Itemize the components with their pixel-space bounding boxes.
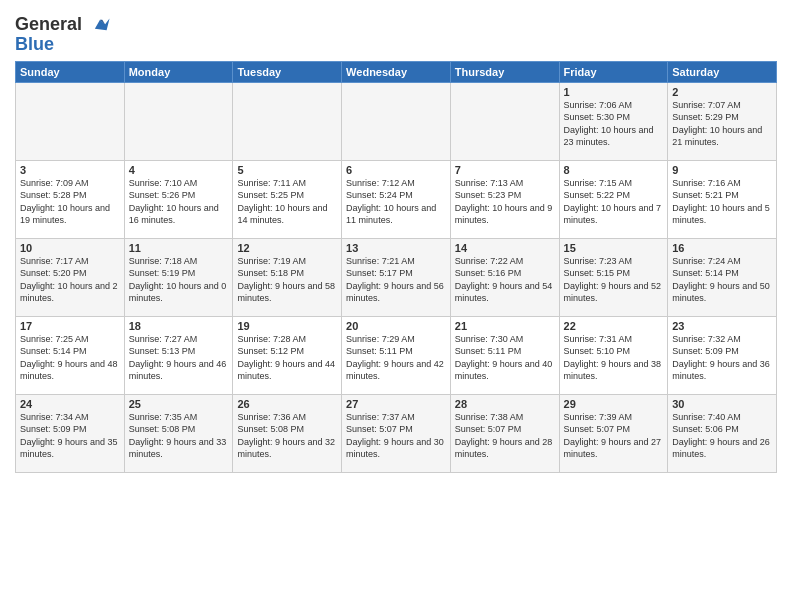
weekday-header-thursday: Thursday [450,62,559,83]
calendar-cell: 6Sunrise: 7:12 AM Sunset: 5:24 PM Daylig… [342,161,451,239]
day-info: Sunrise: 7:34 AM Sunset: 5:09 PM Dayligh… [20,411,120,460]
day-info: Sunrise: 7:32 AM Sunset: 5:09 PM Dayligh… [672,333,772,382]
calendar-cell: 1Sunrise: 7:06 AM Sunset: 5:30 PM Daylig… [559,83,668,161]
day-info: Sunrise: 7:07 AM Sunset: 5:29 PM Dayligh… [672,99,772,148]
calendar-cell: 3Sunrise: 7:09 AM Sunset: 5:28 PM Daylig… [16,161,125,239]
calendar-cell [233,83,342,161]
calendar-cell: 29Sunrise: 7:39 AM Sunset: 5:07 PM Dayli… [559,395,668,473]
calendar-cell: 20Sunrise: 7:29 AM Sunset: 5:11 PM Dayli… [342,317,451,395]
day-info: Sunrise: 7:23 AM Sunset: 5:15 PM Dayligh… [564,255,664,304]
calendar-cell: 8Sunrise: 7:15 AM Sunset: 5:22 PM Daylig… [559,161,668,239]
calendar-week-2: 3Sunrise: 7:09 AM Sunset: 5:28 PM Daylig… [16,161,777,239]
day-number: 8 [564,164,664,176]
day-info: Sunrise: 7:19 AM Sunset: 5:18 PM Dayligh… [237,255,337,304]
day-info: Sunrise: 7:29 AM Sunset: 5:11 PM Dayligh… [346,333,446,382]
day-number: 7 [455,164,555,176]
calendar-cell: 18Sunrise: 7:27 AM Sunset: 5:13 PM Dayli… [124,317,233,395]
calendar-cell: 5Sunrise: 7:11 AM Sunset: 5:25 PM Daylig… [233,161,342,239]
day-number: 10 [20,242,120,254]
day-number: 18 [129,320,229,332]
calendar-cell: 10Sunrise: 7:17 AM Sunset: 5:20 PM Dayli… [16,239,125,317]
calendar-week-3: 10Sunrise: 7:17 AM Sunset: 5:20 PM Dayli… [16,239,777,317]
day-info: Sunrise: 7:21 AM Sunset: 5:17 PM Dayligh… [346,255,446,304]
calendar-cell: 21Sunrise: 7:30 AM Sunset: 5:11 PM Dayli… [450,317,559,395]
calendar-cell: 7Sunrise: 7:13 AM Sunset: 5:23 PM Daylig… [450,161,559,239]
day-info: Sunrise: 7:31 AM Sunset: 5:10 PM Dayligh… [564,333,664,382]
day-info: Sunrise: 7:12 AM Sunset: 5:24 PM Dayligh… [346,177,446,226]
day-number: 2 [672,86,772,98]
day-info: Sunrise: 7:16 AM Sunset: 5:21 PM Dayligh… [672,177,772,226]
weekday-header-monday: Monday [124,62,233,83]
day-number: 15 [564,242,664,254]
day-info: Sunrise: 7:37 AM Sunset: 5:07 PM Dayligh… [346,411,446,460]
calendar-cell [16,83,125,161]
weekday-header-saturday: Saturday [668,62,777,83]
day-number: 28 [455,398,555,410]
day-info: Sunrise: 7:40 AM Sunset: 5:06 PM Dayligh… [672,411,772,460]
day-info: Sunrise: 7:11 AM Sunset: 5:25 PM Dayligh… [237,177,337,226]
calendar-cell: 24Sunrise: 7:34 AM Sunset: 5:09 PM Dayli… [16,395,125,473]
calendar-cell: 14Sunrise: 7:22 AM Sunset: 5:16 PM Dayli… [450,239,559,317]
calendar-cell: 19Sunrise: 7:28 AM Sunset: 5:12 PM Dayli… [233,317,342,395]
day-info: Sunrise: 7:38 AM Sunset: 5:07 PM Dayligh… [455,411,555,460]
day-number: 20 [346,320,446,332]
calendar-cell: 26Sunrise: 7:36 AM Sunset: 5:08 PM Dayli… [233,395,342,473]
calendar-week-1: 1Sunrise: 7:06 AM Sunset: 5:30 PM Daylig… [16,83,777,161]
day-info: Sunrise: 7:13 AM Sunset: 5:23 PM Dayligh… [455,177,555,226]
calendar-body: 1Sunrise: 7:06 AM Sunset: 5:30 PM Daylig… [16,83,777,473]
calendar-table: SundayMondayTuesdayWednesdayThursdayFrid… [15,61,777,473]
calendar-cell: 12Sunrise: 7:19 AM Sunset: 5:18 PM Dayli… [233,239,342,317]
logo-general: General [15,14,82,34]
day-number: 6 [346,164,446,176]
weekday-header-tuesday: Tuesday [233,62,342,83]
calendar-cell [124,83,233,161]
day-number: 27 [346,398,446,410]
calendar-cell: 30Sunrise: 7:40 AM Sunset: 5:06 PM Dayli… [668,395,777,473]
day-number: 22 [564,320,664,332]
calendar-cell: 2Sunrise: 7:07 AM Sunset: 5:29 PM Daylig… [668,83,777,161]
page-container: General Blue SundayMondayTuesdayWednesda… [0,0,792,478]
calendar-cell: 25Sunrise: 7:35 AM Sunset: 5:08 PM Dayli… [124,395,233,473]
header: General Blue [15,10,777,55]
day-info: Sunrise: 7:36 AM Sunset: 5:08 PM Dayligh… [237,411,337,460]
day-number: 26 [237,398,337,410]
calendar-cell: 16Sunrise: 7:24 AM Sunset: 5:14 PM Dayli… [668,239,777,317]
day-number: 3 [20,164,120,176]
day-info: Sunrise: 7:22 AM Sunset: 5:16 PM Dayligh… [455,255,555,304]
day-info: Sunrise: 7:09 AM Sunset: 5:28 PM Dayligh… [20,177,120,226]
day-number: 5 [237,164,337,176]
day-number: 9 [672,164,772,176]
day-info: Sunrise: 7:24 AM Sunset: 5:14 PM Dayligh… [672,255,772,304]
weekday-header-friday: Friday [559,62,668,83]
day-number: 16 [672,242,772,254]
day-number: 21 [455,320,555,332]
day-number: 19 [237,320,337,332]
day-info: Sunrise: 7:06 AM Sunset: 5:30 PM Dayligh… [564,99,664,148]
calendar-header-row: SundayMondayTuesdayWednesdayThursdayFrid… [16,62,777,83]
day-number: 30 [672,398,772,410]
day-number: 11 [129,242,229,254]
calendar-cell: 9Sunrise: 7:16 AM Sunset: 5:21 PM Daylig… [668,161,777,239]
day-info: Sunrise: 7:25 AM Sunset: 5:14 PM Dayligh… [20,333,120,382]
day-number: 14 [455,242,555,254]
calendar-cell: 28Sunrise: 7:38 AM Sunset: 5:07 PM Dayli… [450,395,559,473]
calendar-week-4: 17Sunrise: 7:25 AM Sunset: 5:14 PM Dayli… [16,317,777,395]
day-info: Sunrise: 7:15 AM Sunset: 5:22 PM Dayligh… [564,177,664,226]
day-number: 17 [20,320,120,332]
calendar-cell: 15Sunrise: 7:23 AM Sunset: 5:15 PM Dayli… [559,239,668,317]
day-number: 1 [564,86,664,98]
day-info: Sunrise: 7:18 AM Sunset: 5:19 PM Dayligh… [129,255,229,304]
weekday-header-sunday: Sunday [16,62,125,83]
day-info: Sunrise: 7:39 AM Sunset: 5:07 PM Dayligh… [564,411,664,460]
day-number: 13 [346,242,446,254]
calendar-cell [450,83,559,161]
weekday-header-wednesday: Wednesday [342,62,451,83]
day-number: 4 [129,164,229,176]
day-info: Sunrise: 7:35 AM Sunset: 5:08 PM Dayligh… [129,411,229,460]
day-number: 29 [564,398,664,410]
calendar-cell: 17Sunrise: 7:25 AM Sunset: 5:14 PM Dayli… [16,317,125,395]
day-info: Sunrise: 7:10 AM Sunset: 5:26 PM Dayligh… [129,177,229,226]
calendar-cell: 4Sunrise: 7:10 AM Sunset: 5:26 PM Daylig… [124,161,233,239]
logo: General Blue [15,14,111,55]
day-number: 25 [129,398,229,410]
